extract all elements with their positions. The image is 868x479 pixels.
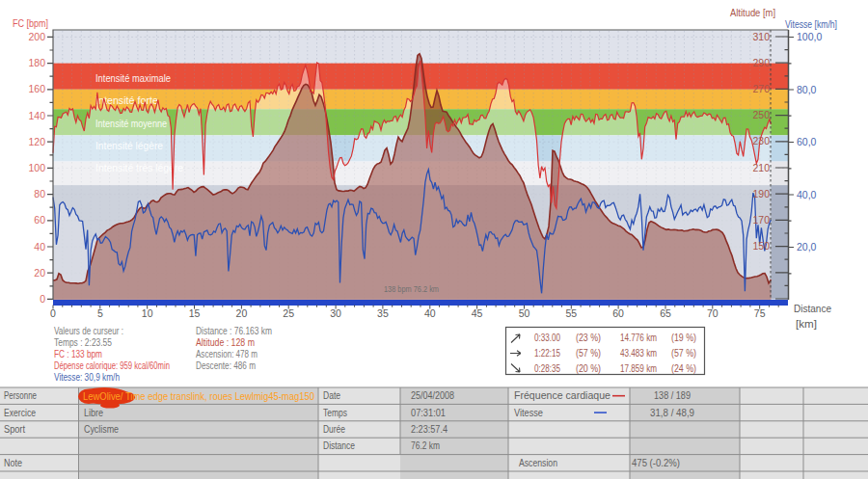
svg-text:475 (-0.2%): 475 (-0.2%) (632, 458, 680, 468)
svg-text:160: 160 (28, 83, 45, 94)
svg-text:Altitude : 128 m: Altitude : 128 m (196, 337, 255, 348)
svg-text:Temps : 2:23.55: Temps : 2:23.55 (54, 337, 112, 348)
svg-text:100,0: 100,0 (797, 31, 822, 42)
svg-text:180: 180 (28, 57, 45, 68)
svg-text:Altitude [m]: Altitude [m] (730, 7, 775, 18)
svg-text:270: 270 (752, 83, 770, 94)
svg-text:Fréquence cardiaque: Fréquence cardiaque (514, 390, 610, 401)
svg-text:Vitesse: Vitesse (514, 408, 543, 418)
svg-text:Distance: Distance (323, 440, 355, 451)
svg-text:Sport: Sport (4, 424, 25, 435)
svg-text:FC : 133 bpm: FC : 133 bpm (54, 349, 102, 359)
svg-text:210: 210 (752, 162, 770, 173)
svg-text:20: 20 (34, 267, 45, 279)
svg-text:60: 60 (612, 307, 624, 319)
svg-text:Intensité maximale: Intensité maximale (95, 72, 171, 84)
svg-text:10: 10 (142, 307, 153, 319)
svg-text:138 / 189: 138 / 189 (654, 390, 691, 401)
svg-text:45: 45 (472, 307, 483, 319)
svg-text:(23 %): (23 %) (576, 333, 601, 343)
svg-text:0: 0 (40, 293, 45, 305)
svg-text:75: 75 (754, 307, 766, 319)
svg-text:310: 310 (752, 31, 770, 42)
svg-text:Note: Note (4, 458, 22, 468)
svg-text:(19 %): (19 %) (671, 333, 696, 343)
svg-text:50: 50 (519, 307, 530, 319)
svg-text:190: 190 (752, 188, 770, 200)
svg-text:0:28:35: 0:28:35 (534, 363, 560, 374)
svg-text:40: 40 (34, 241, 45, 253)
svg-text:Vitesse: 30,9 km/h: Vitesse: 30,9 km/h (54, 372, 120, 383)
svg-text:60: 60 (34, 214, 45, 226)
svg-text:40,0: 40,0 (797, 189, 817, 200)
svg-text:LewOlive/ Time edge translink,: LewOlive/ Time edge translink, roues Lew… (83, 390, 314, 402)
svg-text:Libre: Libre (84, 408, 103, 418)
svg-text:2:23:57.4: 2:23:57.4 (411, 424, 448, 435)
svg-text:Vitesse [km/h]: Vitesse [km/h] (785, 18, 837, 30)
svg-text:(24 %): (24 %) (671, 363, 696, 374)
svg-text:200: 200 (28, 31, 45, 42)
svg-text:15: 15 (189, 307, 201, 319)
svg-text:76.2 km: 76.2 km (411, 440, 440, 451)
svg-text:Ascension: 478 m: Ascension: 478 m (196, 349, 258, 359)
svg-text:70: 70 (707, 307, 719, 319)
svg-text:17.859 km: 17.859 km (620, 363, 657, 374)
svg-text:0: 0 (50, 307, 56, 319)
svg-text:20,0: 20,0 (797, 241, 817, 253)
svg-text:14.776 km: 14.776 km (620, 333, 657, 343)
svg-text:Date: Date (323, 390, 340, 401)
svg-text:20: 20 (236, 307, 248, 319)
svg-text:Valeurs de curseur :: Valeurs de curseur : (54, 326, 123, 336)
svg-text:07:31:01: 07:31:01 (411, 408, 446, 418)
svg-text:Distance : 76.163 km: Distance : 76.163 km (196, 326, 272, 336)
svg-text:Dépense calorique: 959 kcal/60: Dépense calorique: 959 kcal/60min (54, 360, 170, 371)
svg-text:138 bpm 76.2 km: 138 bpm 76.2 km (384, 283, 439, 294)
svg-text:Descente: 486 m: Descente: 486 m (196, 360, 256, 371)
svg-text:(57 %): (57 %) (576, 348, 601, 359)
svg-text:250: 250 (752, 109, 770, 120)
svg-text:43.483 km: 43.483 km (620, 348, 657, 359)
svg-text:65: 65 (660, 307, 671, 319)
svg-text:55: 55 (565, 307, 577, 319)
svg-text:Durée: Durée (323, 424, 345, 435)
svg-text:140: 140 (28, 110, 45, 121)
svg-text:Personne: Personne (4, 390, 37, 401)
svg-text:(57 %): (57 %) (671, 348, 696, 359)
svg-text:0:33.00: 0:33.00 (534, 333, 560, 343)
svg-text:170: 170 (752, 214, 770, 226)
svg-text:290: 290 (752, 57, 770, 68)
svg-text:1:22:15: 1:22:15 (534, 348, 560, 359)
svg-text:35: 35 (377, 307, 389, 319)
svg-text:230: 230 (752, 135, 770, 146)
svg-text:Cyclisme: Cyclisme (84, 424, 119, 435)
svg-text:(20 %): (20 %) (576, 363, 601, 374)
svg-text:31,8 / 48,9: 31,8 / 48,9 (650, 408, 694, 418)
svg-text:Exercice: Exercice (4, 408, 36, 418)
svg-text:25/04/2008: 25/04/2008 (411, 390, 454, 401)
svg-text:150: 150 (752, 240, 770, 252)
svg-text:80,0: 80,0 (797, 84, 817, 95)
svg-text:40: 40 (424, 307, 436, 319)
svg-text:5: 5 (97, 307, 103, 319)
svg-text:100: 100 (28, 162, 45, 173)
svg-text:60,0: 60,0 (797, 136, 817, 147)
svg-text:25: 25 (283, 307, 294, 319)
svg-text:80: 80 (34, 188, 45, 200)
svg-text:120: 120 (28, 136, 45, 147)
svg-text:FC [bpm]: FC [bpm] (13, 17, 48, 29)
svg-text:Ascension: Ascension (519, 458, 557, 468)
svg-text:Temps: Temps (323, 408, 347, 418)
svg-text:30: 30 (330, 307, 341, 319)
svg-text:Distance: Distance (794, 303, 831, 314)
svg-text:[km]: [km] (796, 318, 817, 330)
